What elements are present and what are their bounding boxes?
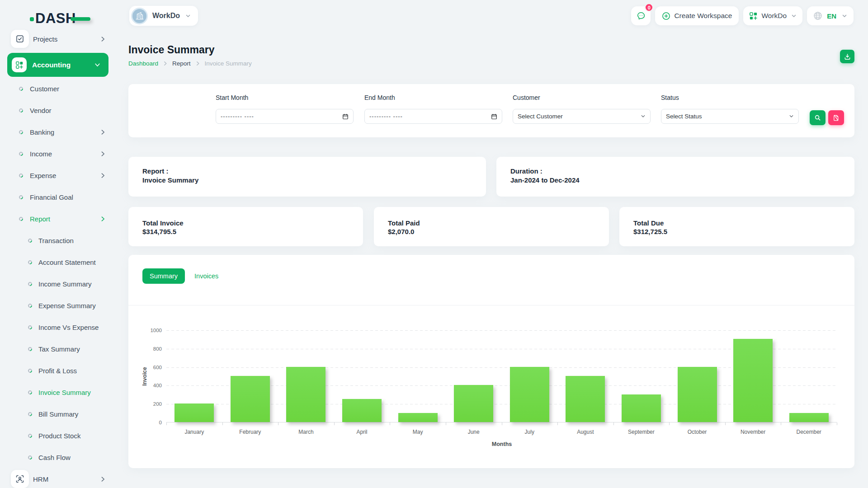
sidebar-item-cash-flow[interactable]: Cash Flow — [0, 446, 118, 468]
x-tick-label-may: May — [390, 429, 446, 435]
gridline — [166, 330, 837, 331]
sidebar-item-bill-summary[interactable]: Bill Summary — [0, 403, 118, 425]
bar-august[interactable] — [566, 376, 605, 422]
breadcrumb-report[interactable]: Report — [172, 60, 191, 67]
chevron-right-icon — [100, 151, 106, 157]
bullet-icon — [27, 346, 33, 352]
bar-december[interactable] — [789, 413, 829, 422]
chevron-down-icon — [94, 62, 100, 68]
status-select[interactable]: Select Status — [661, 109, 799, 124]
x-tick-label-june: June — [446, 429, 502, 435]
sidebar-item-financial-goal[interactable]: Financial Goal — [0, 186, 118, 208]
x-axis-tick — [837, 422, 837, 425]
bullet-icon — [27, 303, 33, 309]
tab-summary[interactable]: Summary — [142, 268, 185, 284]
chevron-right-icon — [100, 476, 106, 482]
page-title: Invoice Summary — [128, 44, 214, 56]
x-tick-label-november: November — [725, 429, 781, 435]
bullet-icon — [18, 173, 24, 178]
x-axis-tick — [781, 422, 781, 425]
y-tick-label: 200 — [128, 401, 162, 407]
sidebar-item-transaction[interactable]: Transaction — [0, 230, 118, 251]
sidebar-item-banking[interactable]: Banking — [0, 121, 118, 143]
sidebar-item-accounting[interactable]: Accounting — [7, 53, 108, 77]
bullet-icon — [18, 216, 24, 222]
bar-may[interactable] — [398, 413, 438, 422]
bullet-icon — [18, 129, 24, 135]
x-axis-tick — [390, 422, 390, 425]
x-tick-label-september: September — [613, 429, 670, 435]
end-month-label: End Month — [364, 94, 502, 101]
bar-january[interactable] — [175, 404, 214, 422]
reset-button[interactable] — [828, 110, 844, 125]
sidebar-item-report[interactable]: Report — [0, 208, 118, 230]
chart-card: Summary Invoices Invoice 020040060080010… — [128, 255, 854, 468]
status-field: Status Select Status — [661, 94, 799, 124]
divider — [128, 305, 854, 305]
bullet-icon — [27, 455, 33, 460]
sidebar-item-income-summary[interactable]: Income Summary — [0, 273, 118, 295]
sidebar-item-profit-loss[interactable]: Profit & Loss — [0, 360, 118, 381]
bullet-icon — [18, 151, 24, 157]
bullet-icon — [27, 411, 33, 417]
bullet-icon — [27, 324, 33, 330]
calendar-icon[interactable] — [491, 113, 497, 120]
chevron-right-icon — [100, 36, 106, 42]
y-tick-label: 0 — [128, 420, 162, 425]
breadcrumb-dashboard[interactable]: Dashboard — [128, 60, 158, 67]
logo-bar — [71, 17, 90, 21]
tab-invoices[interactable]: Invoices — [194, 272, 218, 280]
sidebar-item-account-statement[interactable]: Account Statement — [0, 251, 118, 273]
sidebar-item-product-stock[interactable]: Product Stock — [0, 425, 118, 446]
bar-april[interactable] — [342, 399, 382, 422]
bar-june[interactable] — [454, 385, 493, 422]
x-tick-label-july: July — [501, 429, 557, 435]
calendar-icon[interactable] — [342, 113, 349, 120]
checkbox-icon — [11, 30, 29, 48]
person-scan-icon — [11, 470, 29, 488]
bar-september[interactable] — [622, 394, 661, 422]
x-tick-label-january: January — [166, 429, 222, 435]
sidebar-item-income[interactable]: Income — [0, 143, 118, 164]
dash-logo[interactable]: DASH — [30, 10, 89, 28]
customer-select[interactable]: Select Customer — [513, 109, 651, 124]
bullet-icon — [18, 108, 24, 113]
duration-value: Jan-2024 to Dec-2024 — [510, 176, 854, 184]
bar-march[interactable] — [286, 367, 326, 422]
end-month-input[interactable]: --------- ---- — [364, 109, 502, 124]
x-axis-title: Months — [492, 441, 512, 447]
sidebar-item-expense[interactable]: Expense — [0, 164, 118, 186]
x-axis-tick — [334, 422, 335, 425]
customer-field: Customer Select Customer — [513, 94, 651, 124]
x-axis-tick — [222, 422, 223, 425]
y-tick-label: 1000 — [128, 328, 162, 333]
breadcrumb: DashboardReportInvoice Summary — [128, 60, 252, 67]
sidebar-item-invoice-summary[interactable]: Invoice Summary — [0, 381, 118, 403]
bar-february[interactable] — [231, 376, 270, 422]
x-tick-label-august: August — [557, 429, 613, 435]
sidebar-item-hrm[interactable]: HRM — [0, 468, 118, 488]
download-button[interactable] — [840, 50, 854, 63]
x-tick-label-october: October — [669, 429, 725, 435]
bullet-icon — [18, 86, 24, 92]
bullet-icon — [18, 194, 24, 200]
sidebar-item-expense-summary[interactable]: Expense Summary — [0, 295, 118, 316]
start-month-input[interactable]: --------- ---- — [216, 109, 354, 124]
sidebar-item-projects[interactable]: Projects — [0, 28, 118, 50]
sidebar-item-customer[interactable]: Customer — [0, 78, 118, 99]
bar-november[interactable] — [733, 339, 773, 422]
search-button[interactable] — [810, 110, 826, 125]
x-tick-label-december: December — [781, 429, 837, 435]
sidebar-item-income-vs-expense[interactable]: Income Vs Expense — [0, 316, 118, 338]
sidebar-item-tax-summary[interactable]: Tax Summary — [0, 338, 118, 360]
tabs: Summary Invoices — [142, 268, 218, 284]
bullet-icon — [27, 238, 33, 244]
stat-card-total-due: Total Due$312,725.5 — [619, 207, 854, 246]
start-month-field: Start Month --------- ---- — [216, 94, 354, 124]
x-axis-tick — [502, 422, 502, 425]
bar-october[interactable] — [678, 367, 717, 422]
breadcrumb-separator — [163, 61, 168, 66]
sidebar-item-vendor[interactable]: Vendor — [0, 99, 118, 121]
bar-july[interactable] — [510, 367, 549, 422]
search-icon — [814, 114, 821, 121]
